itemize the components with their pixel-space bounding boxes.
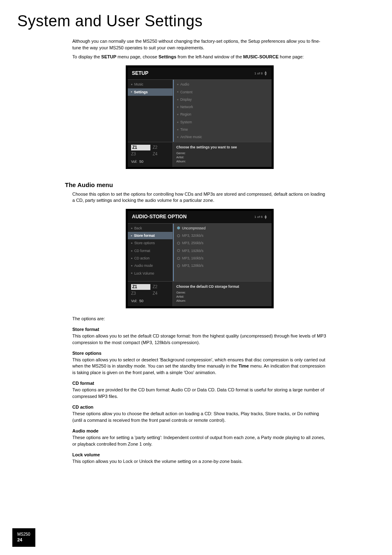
opt-cd-format-desc: Two options are provided for the CD burn… [72, 387, 327, 400]
bullet-icon: ■ [177, 128, 179, 132]
hint-message: Choose the default CD storage format [176, 284, 268, 289]
zone-z1[interactable]: Z1 [131, 145, 150, 151]
meta-artist: Artist: [176, 295, 268, 299]
setup-right-pane: ■Audio ■Content ■Display ■Network ■Regio… [173, 80, 272, 142]
item-label: Archive music [180, 134, 202, 139]
zone-status-panel: Z1 Z2 Z3 Z4 Vol: 50 [128, 282, 173, 306]
vol-value: 50 [139, 299, 143, 303]
scroll-arrows-icon: ▲▼ [264, 71, 267, 76]
setting-item-network[interactable]: ■Network [174, 103, 272, 111]
option-label: Uncompressed [182, 226, 205, 231]
nav-label: Back [134, 226, 142, 231]
bullet-icon: ■ [131, 83, 133, 86]
hint-message: Choose the settings you want to see [176, 145, 268, 150]
setting-item-archive-music[interactable]: ■Archive music [174, 133, 272, 141]
scroll-arrows-icon: ▲▼ [264, 215, 267, 220]
count-text: 1 of 8 [254, 71, 263, 76]
setup-screenshot: SETUP 1 of 8 ▲▼ ■Music ▸Settings ■Audio … [126, 65, 274, 169]
opt-lock-volume-name: Lock volume [72, 452, 327, 458]
option-mp3-320[interactable]: MP3, 320kb/s [174, 232, 272, 239]
menu-name-settings: Settings [159, 54, 176, 59]
zone-z4[interactable]: Z4 [153, 151, 170, 157]
audio-menu-desc: Choose this option to set the options fo… [72, 191, 327, 204]
device-title: AUDIO-STORE OPTION [132, 213, 187, 220]
nav-label: Store options [134, 240, 155, 245]
item-label: Region [180, 112, 191, 117]
option-label: MP3, 160kb/s [182, 256, 203, 261]
zone-z3[interactable]: Z3 [131, 291, 150, 297]
option-label: MP3, 128kb/s [182, 263, 203, 268]
device-title: SETUP [132, 70, 148, 77]
item-label: Network [180, 104, 193, 109]
option-mp3-256[interactable]: MP3, 256kb/s [174, 239, 272, 247]
opt-store-format-desc: This option allows you to set the defaul… [72, 333, 327, 346]
zone-z1[interactable]: Z1 [131, 284, 150, 290]
vol-label: Vol: [131, 160, 137, 164]
nav-item-store-format[interactable]: ▸Store format [128, 232, 173, 239]
bullet-icon: ■ [177, 135, 179, 139]
item-label: Time [180, 127, 188, 132]
setting-item-region[interactable]: ■Region [174, 111, 272, 118]
bullet-icon: ■ [131, 227, 133, 230]
nav-item-cd-format[interactable]: ■CD format [128, 247, 173, 254]
radio-icon [177, 257, 180, 260]
option-uncompressed[interactable]: Uncompressed [174, 224, 272, 232]
bullet-icon: ■ [131, 241, 133, 245]
bullet-icon: ■ [177, 98, 179, 102]
option-mp3-128[interactable]: MP3, 128kb/s [174, 262, 272, 269]
vol-value: 50 [139, 160, 143, 164]
opt-cd-action-name: CD action [72, 404, 327, 411]
item-label: Content [180, 90, 193, 95]
option-mp3-192[interactable]: MP3, 192kb/s [174, 247, 272, 254]
zone-status-panel: Z1 Z2 Z3 Z4 Vol: 50 [128, 142, 173, 167]
intro-text: To display the [72, 54, 101, 59]
nav-label: Lock Volume [134, 271, 154, 276]
intro-text: home page: [279, 54, 304, 59]
opt-audio-mode-desc: These options are for setting a 'party s… [72, 435, 327, 448]
zone-z4[interactable]: Z4 [153, 291, 170, 297]
nav-item-store-options[interactable]: ■Store options [128, 239, 173, 247]
zone-z3[interactable]: Z3 [131, 151, 150, 157]
count-text: 1 of 6 [254, 215, 263, 220]
nav-label: Music [134, 82, 143, 87]
radio-icon [177, 242, 180, 245]
radio-icon [177, 234, 180, 237]
setting-item-audio[interactable]: ■Audio [174, 81, 272, 88]
meta-genre: Genre: [176, 291, 268, 295]
setting-item-system[interactable]: ■System [174, 118, 272, 126]
meta-genre: Genre: [176, 151, 268, 155]
setting-item-content[interactable]: ■Content [174, 88, 272, 96]
bullet-icon: ■ [177, 105, 179, 109]
vol-label: Vol: [131, 299, 137, 303]
setting-item-time[interactable]: ■Time [174, 126, 272, 133]
item-label: Audio [180, 82, 189, 87]
nav-item-music[interactable]: ■Music [128, 81, 173, 88]
meta-album: Album: [176, 299, 268, 303]
page-corner-badge: MS250 24 [12, 528, 35, 547]
setting-item-display[interactable]: ■Display [174, 96, 272, 103]
nav-item-settings[interactable]: ▸Settings [128, 88, 173, 96]
footer-info-panel: Choose the settings you want to see Genr… [173, 142, 272, 167]
volume-display: Vol: 50 [131, 159, 169, 164]
nav-label: CD action [134, 256, 150, 261]
footer-info-panel: Choose the default CD storage format Gen… [173, 282, 272, 306]
page-title: System and User Settings [0, 0, 392, 38]
zone-z2[interactable]: Z2 [153, 145, 170, 151]
nav-label: Store format [134, 233, 155, 238]
item-label: Display [180, 97, 192, 102]
meta-artist: Artist: [176, 155, 268, 160]
zone-z2[interactable]: Z2 [153, 284, 170, 290]
option-mp3-160[interactable]: MP3, 160kb/s [174, 254, 272, 262]
page-number: 24 [17, 537, 30, 543]
nav-item-cd-action[interactable]: ■CD action [128, 254, 173, 262]
bullet-icon: ▸ [131, 234, 132, 238]
nav-item-lock-volume[interactable]: ■Lock Volume [128, 270, 173, 277]
nav-item-back[interactable]: ■Back [128, 224, 173, 232]
options-intro: The options are: [72, 316, 327, 322]
opt-store-options-name: Store options [72, 350, 327, 357]
nav-item-audio-mode[interactable]: ■Audio mode [128, 262, 173, 269]
nav-label: CD format [134, 248, 150, 253]
bullet-icon: ■ [131, 257, 133, 260]
intro-paragraph-2: To display the SETUP menu page, choose S… [72, 54, 327, 60]
meta-album: Album: [176, 160, 268, 164]
